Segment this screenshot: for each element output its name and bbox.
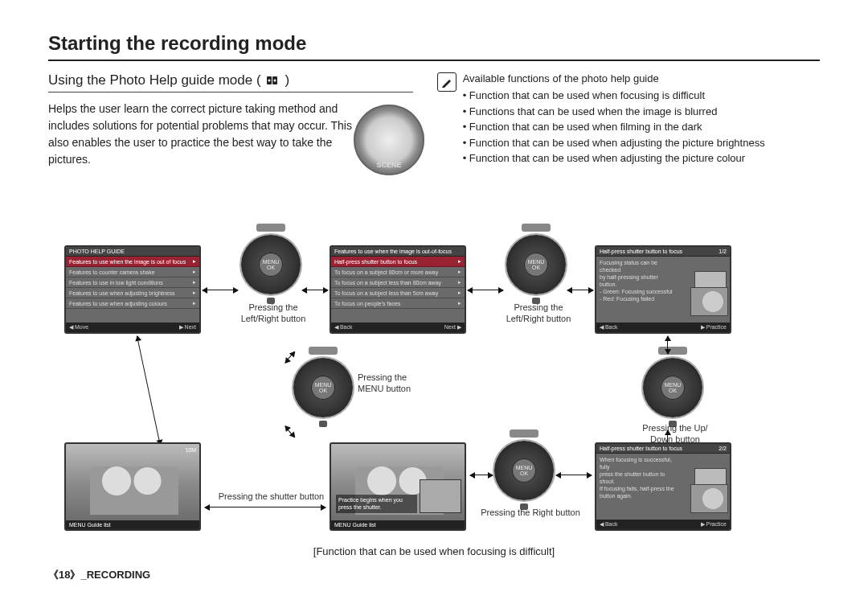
lcd-row: To focus on a subject less than 80cm awa… [331, 277, 465, 288]
arrow-both [203, 290, 238, 290]
lcd-row: Features to use when adjusting brightnes… [66, 288, 199, 298]
diagram-caption: [Function that can be used when focusing… [48, 545, 820, 557]
caption-left-right: Pressing the Left/Right button [494, 302, 583, 325]
lcd-footer: ◀ Move▶ Next [66, 323, 199, 332]
svg-point-2 [268, 80, 270, 82]
lcd-half-press-2: Half-press shutter button to focus2/2 Wh… [595, 442, 731, 531]
caption-left-right: Pressing the Left/Right button [229, 302, 317, 325]
lcd-live-preview: 10M MENU Guide list [64, 442, 201, 531]
note-body: Available functions of the photo help gu… [463, 72, 820, 166]
hand-icon [690, 287, 728, 316]
arrow-vert [285, 426, 294, 438]
nav-pad-icon [293, 358, 353, 417]
people-icon [90, 466, 178, 515]
manual-page: Starting the recording mode Using the Ph… [0, 0, 868, 600]
arrow-both [556, 475, 592, 475]
nav-pad-icon [241, 235, 301, 294]
lcd-row: Features to use when the image is out of… [66, 257, 199, 267]
lcd-footer: ◀ Back▶ Practice [596, 520, 730, 529]
pencil-icon [437, 72, 457, 92]
lcd-header: Half-press shutter button to focus1/2 [596, 247, 730, 257]
note-title: Available functions of the photo help gu… [463, 72, 820, 84]
lcd-header: Features to use when the image is out-of… [331, 247, 465, 257]
arrow-both [468, 290, 503, 290]
arrow-both [302, 290, 328, 290]
right-column: Available functions of the photo help gu… [437, 72, 820, 168]
bullet-item: Function that can be used when focusing … [463, 88, 820, 104]
page-number: 《18》 [48, 569, 80, 581]
lcd-practice: Practice begins when you press the shutt… [330, 442, 466, 531]
bullet-list: Function that can be used when focusing … [463, 88, 820, 166]
caption-shutter: Pressing the shutter button [209, 491, 334, 502]
practice-overlay: Practice begins when you press the shutt… [336, 495, 417, 513]
lcd-footer: ◀ Back▶ Practice [596, 323, 730, 332]
lcd-row: To focus on a subject less than 5cm away [331, 288, 465, 298]
nav-pad-icon [494, 441, 554, 500]
res-label: 10M [185, 447, 196, 453]
bullet-item: Functions that can be used when the imag… [463, 104, 820, 120]
lcd-bar: MENU Guide list [66, 520, 199, 529]
arrow-vert [667, 336, 668, 354]
bullet-item: Function that can be used when adjusting… [463, 135, 820, 151]
caption-right: Pressing the Right button [474, 507, 587, 518]
page-title: Starting the recording mode [48, 32, 820, 61]
mode-dial-icon [354, 105, 424, 175]
subtitle-close: ) [285, 72, 290, 88]
arrow-both [567, 290, 593, 290]
subtitle-row: Using the Photo Help guide mode ( ) [48, 72, 413, 92]
lcd-footer: ◀ BackNext ▶ [331, 323, 465, 332]
lcd-row: Features to counter camera shake [66, 267, 199, 277]
lcd-row: Features to use in low light conditions [66, 277, 199, 288]
lcd-half-press-1: Half-press shutter button to focus1/2 Fo… [595, 245, 731, 334]
nav-pad-icon [643, 358, 702, 417]
lcd-row: Half-press shutter button to focus [331, 257, 465, 267]
lcd-row: Features to use when adjusting colours [66, 298, 199, 309]
note-box: Available functions of the photo help gu… [437, 72, 820, 166]
hand-icon [420, 479, 461, 513]
nav-pad-icon [506, 235, 566, 294]
lcd-body: Focusing status can be checked by half-p… [596, 257, 679, 306]
lcd-body: When focusing is successful, fully press… [596, 454, 679, 503]
intro-columns: Using the Photo Help guide mode ( ) Help… [48, 72, 820, 168]
caption-menu: Pressing the MENU button [358, 372, 430, 395]
flow-diagram: PHOTO HELP GUIDE Features to use when th… [48, 233, 820, 552]
bullet-item: Function that can be used when filming i… [463, 119, 820, 135]
subtitle: Using the Photo Help guide mode ( [48, 72, 261, 88]
svg-point-3 [273, 80, 276, 82]
help-mode-icon [266, 74, 280, 87]
section-label: _RECORDING [80, 569, 150, 581]
bullet-item: Function that can be used when adjusting… [463, 150, 820, 166]
arrow-both [470, 475, 493, 475]
lcd-features-focus: Features to use when the image is out-of… [330, 245, 466, 334]
hand-icon [690, 484, 728, 513]
lcd-photo-help-guide: PHOTO HELP GUIDE Features to use when th… [64, 245, 201, 334]
arrow-both [205, 507, 326, 508]
intro-paragraph: Helps the user learn the correct picture… [48, 101, 354, 168]
lcd-bar: MENU Guide list [331, 520, 465, 529]
arrow-vert [285, 351, 294, 363]
lcd-row: To focus on a subject 80cm or more away [331, 267, 465, 277]
lcd-header: Half-press shutter button to focus2/2 [596, 444, 730, 454]
page-footer: 《18》_RECORDING [48, 568, 150, 582]
lcd-row: To focus on people's faces [331, 298, 465, 309]
arrow-vert [137, 336, 161, 445]
lcd-header: PHOTO HELP GUIDE [66, 247, 199, 257]
